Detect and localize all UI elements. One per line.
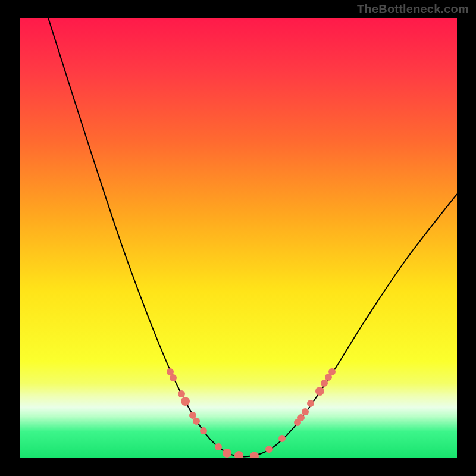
data-marker bbox=[315, 387, 324, 396]
data-marker bbox=[328, 368, 336, 375]
data-marker bbox=[215, 443, 222, 450]
data-marker bbox=[234, 451, 243, 459]
data-marker bbox=[321, 380, 328, 387]
plot-area bbox=[20, 18, 457, 458]
bottleneck-curve bbox=[48, 18, 457, 456]
data-marker bbox=[250, 452, 259, 459]
data-marker bbox=[223, 449, 231, 458]
source-attribution: TheBottleneck.com bbox=[357, 2, 469, 16]
chart-frame: TheBottleneck.com bbox=[0, 0, 476, 476]
data-marker bbox=[298, 414, 305, 421]
data-marker bbox=[307, 400, 314, 407]
data-marker bbox=[265, 446, 273, 453]
curve-layer bbox=[20, 18, 457, 458]
data-marker bbox=[278, 435, 286, 442]
data-marker bbox=[200, 427, 207, 434]
data-marker bbox=[193, 418, 200, 425]
data-marker bbox=[302, 408, 309, 415]
data-marker bbox=[181, 397, 190, 406]
data-marker bbox=[170, 374, 177, 381]
